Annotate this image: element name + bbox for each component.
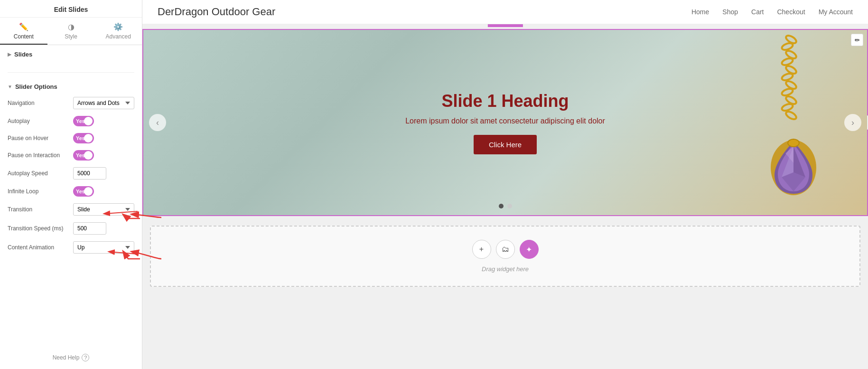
slider-add-button[interactable]: + <box>492 24 498 25</box>
slider-options-header[interactable]: ▼ Slider Options <box>8 83 134 90</box>
tab-style[interactable]: ◑ Style <box>47 18 95 45</box>
autoplay-toggle-label: Yes <box>76 118 85 124</box>
slide-content: Slide 1 Heading Lorem ipsum dolor sit am… <box>387 91 624 154</box>
nav-cart[interactable]: Cart <box>751 8 764 16</box>
content-animation-field: Content Animation Up Down Left Right Fad… <box>8 241 134 254</box>
pause-interaction-toggle-label: Yes <box>76 152 85 158</box>
slide-image-area: Slide 1 Heading Lorem ipsum dolor sit am… <box>143 30 867 215</box>
nav-account[interactable]: My Account <box>819 8 853 16</box>
transition-speed-label: Transition Speed (ms) <box>8 225 69 232</box>
slider-toolbar: + ⠿ ✕ <box>487 24 523 27</box>
pause-interaction-field: Pause on Interaction Yes <box>8 150 134 161</box>
main-area: + ⠿ ✕ ✏ ‹ <box>142 24 868 369</box>
navigation-select[interactable]: Arrows and Dots Arrows Dots None <box>73 97 134 109</box>
style-tab-icon: ◑ <box>68 22 75 31</box>
svg-point-3 <box>781 42 794 51</box>
right-content: DerDragon Outdoor Gear Home Shop Cart Ch… <box>142 0 868 369</box>
svg-point-14 <box>788 139 799 147</box>
panel-title: Edit Slides <box>0 0 142 18</box>
pause-interaction-control: Yes <box>73 150 134 161</box>
need-help-text: Need Help <box>53 354 80 361</box>
pause-interaction-label: Pause on Interaction <box>8 152 69 159</box>
transition-field: Transition Slide Fade <box>8 203 134 216</box>
slider-widget: ✏ ‹ <box>142 29 868 216</box>
content-animation-label: Content Animation <box>8 244 69 251</box>
transition-label: Transition <box>8 206 69 213</box>
drag-ai-button[interactable]: ✦ <box>520 240 539 259</box>
pause-hover-label: Pause on Hover <box>8 135 69 142</box>
nav-links: Home Shop Cart Checkout My Account <box>691 8 853 16</box>
dot-1[interactable] <box>499 204 504 208</box>
nav-shop[interactable]: Shop <box>722 8 738 16</box>
tabs-row: ✏️ Content ◑ Style ⚙️ Advanced <box>0 18 142 45</box>
infinite-loop-field: Infinite Loop Yes <box>8 186 134 197</box>
slides-section: ▶ Slides <box>0 45 142 70</box>
svg-point-9 <box>781 87 794 96</box>
slide-prev-button[interactable]: ‹ <box>149 114 166 131</box>
infinite-loop-label: Infinite Loop <box>8 188 69 195</box>
pause-hover-control: Yes <box>73 133 134 143</box>
nav-checkout[interactable]: Checkout <box>777 8 805 16</box>
drag-buttons: + 🗂 ✦ <box>472 240 539 259</box>
help-icon: ? <box>82 354 89 361</box>
tab-content[interactable]: ✏️ Content <box>0 18 47 45</box>
content-tab-icon: ✏️ <box>19 22 28 31</box>
pause-interaction-toggle[interactable]: Yes <box>73 150 94 161</box>
autoplay-control: Yes <box>73 116 134 126</box>
autoplay-toggle[interactable]: Yes <box>73 116 94 126</box>
autoplay-label: Autoplay <box>8 118 69 124</box>
content-animation-control: Up Down Left Right Fade None <box>73 241 134 254</box>
tab-style-label: Style <box>65 33 77 40</box>
svg-point-5 <box>781 57 794 66</box>
advanced-tab-icon: ⚙️ <box>113 22 123 31</box>
slide-heading: Slide 1 Heading <box>387 91 624 111</box>
slide-next-button[interactable]: › <box>844 114 861 131</box>
navigation-label: Navigation <box>8 100 69 106</box>
nav-home[interactable]: Home <box>691 8 709 16</box>
slides-section-header[interactable]: ▶ Slides <box>8 51 134 58</box>
infinite-loop-toggle[interactable]: Yes <box>73 186 94 197</box>
drag-folder-button[interactable]: 🗂 <box>496 240 515 259</box>
autoplay-speed-field: Autoplay Speed <box>8 167 134 180</box>
slides-arrow-icon: ▶ <box>8 52 11 57</box>
pause-hover-field: Pause on Hover Yes <box>8 133 134 143</box>
slide-subtext: Lorem ipsum dolor sit amet consectetur a… <box>387 117 624 125</box>
slide-dots <box>499 204 512 208</box>
tab-advanced-label: Advanced <box>105 33 131 40</box>
autoplay-speed-input[interactable] <box>73 167 106 180</box>
transition-control: Slide Fade <box>73 203 134 216</box>
infinite-loop-control: Yes <box>73 186 134 197</box>
slider-close-button[interactable]: ✕ <box>511 24 518 25</box>
drag-zone: + 🗂 ✦ Drag widget here <box>150 226 860 287</box>
transition-speed-control <box>73 222 134 235</box>
drag-zone-text: Drag widget here <box>482 265 529 273</box>
infinite-loop-toggle-label: Yes <box>76 189 85 194</box>
content-animation-select[interactable]: Up Down Left Right Fade None <box>73 241 134 254</box>
slider-options-section: ▼ Slider Options Navigation Arrows and D… <box>0 77 142 266</box>
need-help[interactable]: Need Help ? <box>0 346 142 369</box>
dot-2[interactable] <box>507 204 512 208</box>
tab-advanced[interactable]: ⚙️ Advanced <box>94 18 142 45</box>
top-nav: DerDragon Outdoor Gear Home Shop Cart Ch… <box>142 0 868 24</box>
pause-hover-toggle[interactable]: Yes <box>73 133 94 143</box>
left-panel: Edit Slides ✏️ Content ◑ Style ⚙️ Advanc… <box>0 0 142 369</box>
autoplay-speed-control <box>73 167 134 180</box>
svg-point-7 <box>781 72 794 81</box>
slider-drag-button[interactable]: ⠿ <box>501 24 508 25</box>
transition-speed-input[interactable] <box>73 222 106 235</box>
tab-content-label: Content <box>14 33 34 40</box>
gem-pendant <box>767 134 820 201</box>
autoplay-field: Autoplay Yes <box>8 116 134 126</box>
pause-hover-toggle-label: Yes <box>76 135 85 141</box>
transition-select[interactable]: Slide Fade <box>73 203 134 216</box>
navigation-field: Navigation Arrows and Dots Arrows Dots N… <box>8 97 134 109</box>
slide-cta-button[interactable]: Click Here <box>474 135 537 154</box>
slides-section-label: Slides <box>14 51 32 58</box>
svg-point-11 <box>781 103 794 112</box>
edit-pencil-button[interactable]: ✏ <box>851 34 863 46</box>
site-title: DerDragon Outdoor Gear <box>158 6 691 18</box>
transition-speed-field: Transition Speed (ms) <box>8 222 134 235</box>
drag-add-button[interactable]: + <box>472 240 491 259</box>
slider-options-label: Slider Options <box>15 83 57 90</box>
navigation-control: Arrows and Dots Arrows Dots None <box>73 97 134 109</box>
